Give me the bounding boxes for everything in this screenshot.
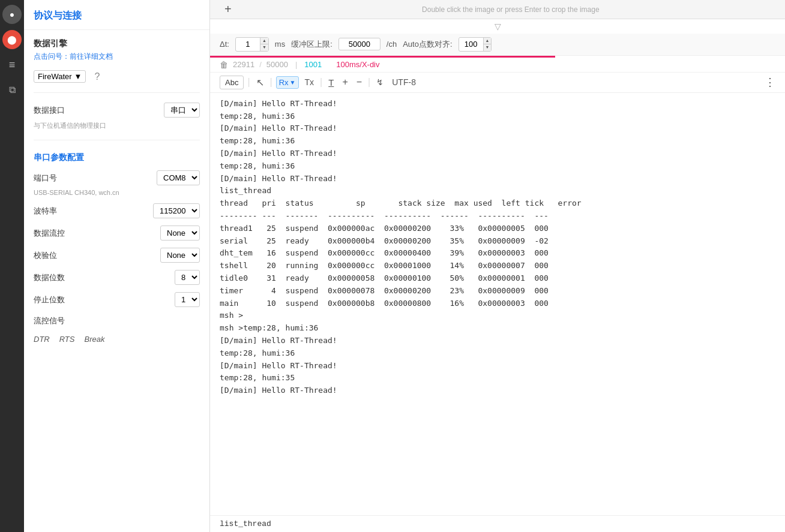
encoding-label: UTF-8	[389, 76, 418, 88]
serial-content-area[interactable]: [D/main] Hello RT-Thread! temp:28, humi:…	[210, 93, 785, 515]
tx-button[interactable]: Tx	[302, 76, 317, 88]
baud-label: 波特率	[34, 206, 57, 217]
delta-label: Δt:	[220, 40, 229, 49]
bottom-bar: list_thread	[210, 515, 785, 532]
icon-bar: ● ⬤ ≡ ⧉	[0, 0, 24, 532]
baud-row: 波特率 115200	[24, 200, 209, 222]
buffer-unit: /ch	[386, 40, 397, 49]
auto-spinners: ▲ ▼	[483, 38, 492, 51]
trash-icon[interactable]: 🗑	[220, 60, 228, 70]
port-label: 端口号	[34, 173, 57, 184]
abc-button[interactable]: Abc	[220, 76, 244, 89]
parity-row: 校验位 None	[24, 244, 209, 266]
top-hint-bar: + Double click the image or press Enter …	[210, 0, 785, 19]
engine-row: FireWater ▼ ?	[24, 67, 209, 86]
control-signals: DTR RTS Break	[24, 329, 209, 350]
dtr-signal[interactable]: DTR	[34, 335, 50, 344]
auto-up[interactable]: ▲	[483, 38, 492, 44]
buffer-label: 缓冲区上限:	[291, 39, 332, 50]
stats-total: 50000	[266, 60, 288, 69]
more-options-icon[interactable]: ⋮	[765, 76, 775, 89]
layers-icon[interactable]: ⧉	[2, 80, 22, 100]
stopbits-label: 停止位数	[34, 294, 65, 305]
parity-select[interactable]: None	[160, 248, 200, 263]
interface-row: 数据接口 串口	[24, 99, 209, 121]
stats-slash: /	[259, 60, 262, 69]
serial-config-title: 串口参数配置	[24, 146, 209, 167]
record-icon[interactable]: ⬤	[2, 30, 22, 49]
auto-input[interactable]	[459, 38, 483, 50]
divider-2	[34, 140, 200, 140]
top-hint-text: Double click the image or press Enter to…	[246, 5, 775, 14]
hamburger-icon[interactable]: ≡	[2, 55, 22, 74]
stats-pipe: |	[295, 60, 297, 69]
port-select[interactable]: COM8	[157, 170, 200, 185]
rx-dropdown[interactable]: Rx ▼	[276, 76, 299, 89]
baud-select[interactable]: 115200	[153, 203, 200, 218]
question-mark-icon[interactable]: ?	[94, 71, 100, 82]
port-row: 端口号 COM8	[24, 167, 209, 189]
engine-value: FireWater	[38, 72, 72, 81]
sidebar-title: 协议与连接	[24, 0, 209, 30]
divider-1	[34, 92, 200, 93]
rx-arrow: ▼	[290, 79, 296, 86]
signals-label: 流控信号	[34, 316, 65, 325]
break-signal[interactable]: Break	[84, 335, 104, 344]
flow-row: 数据流控 None	[24, 222, 209, 244]
delta-down[interactable]: ▼	[260, 44, 268, 50]
delta-input[interactable]	[236, 38, 260, 50]
chevron-down-icon[interactable]: ▽	[495, 22, 501, 31]
zoom-in-icon[interactable]: +	[340, 76, 350, 89]
serial-toolbar: Abc | ↖ | Rx ▼ Tx | T + − | ↯ UTF-8 ⋮	[210, 73, 785, 93]
stats-rate: 100ms/X-div	[336, 60, 379, 69]
parity-label: 校验位	[34, 250, 57, 261]
flow-label: 数据流控	[34, 228, 65, 239]
serial-text: [D/main] Hello RT-Thread! temp:28, humi:…	[220, 98, 775, 397]
databits-row: 数据位数 8	[24, 266, 209, 288]
databits-label: 数据位数	[34, 272, 65, 283]
stats-count: 1001	[304, 60, 322, 69]
port-sublabel: USB-SERIAL CH340, wch.cn	[24, 189, 209, 200]
collapse-row: ▽	[210, 19, 785, 34]
bottom-text: list_thread	[220, 519, 271, 528]
rts-signal[interactable]: RTS	[59, 335, 75, 344]
add-panel-button[interactable]: +	[220, 2, 236, 16]
flow-select[interactable]: None	[160, 226, 200, 241]
format-icon[interactable]: T	[326, 76, 336, 89]
engine-sublabel: 点击问号：前往详细文档	[24, 52, 209, 67]
auto-label: Auto点数对齐:	[403, 39, 452, 50]
engine-select[interactable]: FireWater ▼	[34, 70, 86, 83]
zoom-out-icon[interactable]: −	[354, 76, 364, 89]
engine-dropdown-arrow[interactable]: ▼	[74, 72, 82, 81]
stats-current: 22911	[233, 60, 254, 69]
auto-input-group: ▲ ▼	[459, 37, 492, 52]
delta-input-group: ▲ ▼	[235, 37, 269, 52]
interface-label: 数据接口	[34, 105, 65, 116]
databits-select[interactable]: 8	[175, 270, 200, 285]
hook-icon[interactable]: ↖	[254, 76, 266, 89]
main-icon[interactable]: ●	[2, 5, 22, 24]
engine-label: 数据引擎	[24, 30, 209, 52]
sidebar: 协议与连接 数据引擎 点击问号：前往详细文档 FireWater ▼ ? 数据接…	[24, 0, 210, 532]
delta-spinners: ▲ ▼	[260, 38, 268, 51]
stopbits-row: 停止位数 1	[24, 288, 209, 311]
toolbar-row: Δt: ▲ ▼ ms 缓冲区上限: /ch Auto点数对齐: ▲ ▼	[210, 34, 785, 56]
stopbits-select[interactable]: 1	[175, 292, 200, 307]
rx-label: Rx	[279, 78, 289, 87]
encoding-icon[interactable]: ↯	[374, 76, 386, 88]
auto-down[interactable]: ▼	[483, 44, 492, 50]
interface-desc: 与下位机通信的物理接口	[24, 121, 209, 134]
interface-select[interactable]: 串口	[164, 103, 200, 118]
delta-unit: ms	[275, 40, 285, 49]
buffer-input[interactable]	[338, 38, 380, 50]
stats-row: 🗑 22911 / 50000 | 1001 100ms/X-div	[210, 58, 785, 73]
main-area: + Double click the image or press Enter …	[210, 0, 785, 532]
delta-up[interactable]: ▲	[260, 38, 268, 44]
